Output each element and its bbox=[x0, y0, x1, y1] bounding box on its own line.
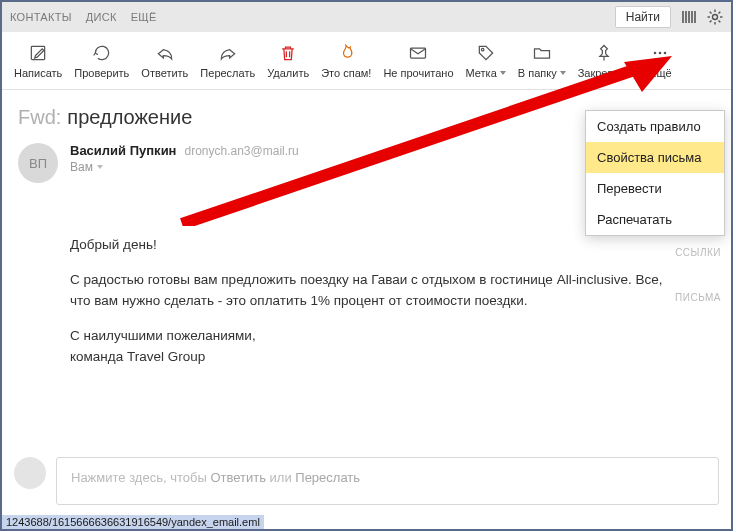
body-p: С радостью готовы вам предложить поездку… bbox=[70, 270, 671, 312]
pin-label: Закрепить bbox=[578, 67, 631, 79]
chevron-down-icon bbox=[500, 71, 506, 75]
subject-prefix: Fwd: bbox=[18, 106, 61, 129]
compose-button[interactable]: Написать bbox=[8, 41, 68, 81]
flame-icon bbox=[336, 43, 356, 63]
compose-label: Написать bbox=[14, 67, 62, 79]
check-button[interactable]: Проверить bbox=[68, 41, 135, 81]
top-nav: КОНТАКТЫ ДИСК ЕЩЁ Найти bbox=[2, 2, 731, 32]
reply-input[interactable]: Нажмите здесь, чтобы Ответить или Пересл… bbox=[56, 457, 719, 505]
themes-icon[interactable] bbox=[681, 9, 697, 25]
label-label: Метка bbox=[466, 67, 506, 79]
unread-label: Не прочитано bbox=[383, 67, 453, 79]
svg-point-20 bbox=[654, 51, 657, 54]
reply-avatar bbox=[14, 457, 46, 489]
sidebar-mails[interactable]: ПИСЬМА bbox=[675, 292, 721, 303]
spam-button[interactable]: Это спам! bbox=[315, 41, 377, 81]
topnav-contacts[interactable]: КОНТАКТЫ bbox=[10, 11, 72, 23]
more-label: Ещё bbox=[649, 67, 672, 79]
statusbar-path: 1243688/1615666636631916549/yandex_email… bbox=[2, 515, 264, 529]
avatar: ВП bbox=[18, 143, 58, 183]
dd-create-rule[interactable]: Создать правило bbox=[586, 111, 724, 142]
forward-button[interactable]: Переслать bbox=[194, 41, 261, 81]
forward-label: Переслать bbox=[200, 67, 255, 79]
message-toolbar: Написать Проверить Ответить Переслать Уд… bbox=[2, 32, 731, 90]
svg-point-5 bbox=[713, 15, 718, 20]
forward-link[interactable]: Переслать bbox=[295, 470, 360, 485]
quick-reply: Нажмите здесь, чтобы Ответить или Пересл… bbox=[14, 457, 719, 505]
delete-label: Удалить bbox=[267, 67, 309, 79]
reply-button[interactable]: Ответить bbox=[135, 41, 194, 81]
body-p: Добрый день! bbox=[70, 235, 671, 256]
chevron-down-icon bbox=[97, 165, 103, 169]
delete-button[interactable]: Удалить bbox=[261, 41, 315, 81]
more-button[interactable]: Ещё bbox=[636, 41, 684, 81]
reply-icon bbox=[155, 43, 175, 63]
tag-icon bbox=[476, 43, 496, 63]
label-button[interactable]: Метка bbox=[460, 41, 512, 81]
topnav-more[interactable]: ЕЩЁ bbox=[131, 11, 157, 23]
folder-icon bbox=[532, 43, 552, 63]
dd-print[interactable]: Распечатать bbox=[586, 204, 724, 235]
check-label: Проверить bbox=[74, 67, 129, 79]
gear-icon[interactable] bbox=[707, 9, 723, 25]
svg-line-12 bbox=[719, 12, 721, 14]
pin-icon bbox=[594, 43, 614, 63]
spam-label: Это спам! bbox=[321, 67, 371, 79]
reply-link[interactable]: Ответить bbox=[210, 470, 266, 485]
svg-point-22 bbox=[664, 51, 667, 54]
pin-button[interactable]: Закрепить bbox=[572, 41, 637, 81]
sender-name[interactable]: Василий Пупкин bbox=[70, 143, 176, 158]
chevron-down-icon bbox=[560, 71, 566, 75]
sender-email[interactable]: dronych.an3@mail.ru bbox=[184, 144, 298, 158]
sidebar-links[interactable]: ССЫЛКИ bbox=[675, 247, 721, 258]
trash-icon bbox=[278, 43, 298, 63]
svg-point-21 bbox=[659, 51, 662, 54]
forward-icon bbox=[218, 43, 238, 63]
topnav-disk[interactable]: ДИСК bbox=[86, 11, 117, 23]
svg-rect-17 bbox=[411, 48, 426, 58]
svg-line-10 bbox=[710, 12, 712, 14]
dd-properties[interactable]: Свойства письма bbox=[586, 142, 724, 173]
more-dropdown: Создать правило Свойства письма Перевест… bbox=[585, 110, 725, 236]
subject-text: предложение bbox=[67, 106, 192, 129]
svg-line-11 bbox=[719, 21, 721, 23]
unread-button[interactable]: Не прочитано bbox=[377, 41, 459, 81]
svg-line-13 bbox=[710, 21, 712, 23]
body-p: С наилучшими пожеланиями,команда Travel … bbox=[70, 326, 671, 368]
more-icon bbox=[650, 43, 670, 63]
folder-button[interactable]: В папку bbox=[512, 41, 572, 81]
svg-point-18 bbox=[481, 48, 484, 51]
recipient-toggle[interactable]: Вам bbox=[70, 160, 666, 174]
compose-icon bbox=[28, 43, 48, 63]
refresh-icon bbox=[92, 43, 112, 63]
search-button[interactable]: Найти bbox=[615, 6, 671, 28]
folder-label: В папку bbox=[518, 67, 566, 79]
envelope-icon bbox=[408, 43, 428, 63]
dd-translate[interactable]: Перевести bbox=[586, 173, 724, 204]
reply-label: Ответить bbox=[141, 67, 188, 79]
